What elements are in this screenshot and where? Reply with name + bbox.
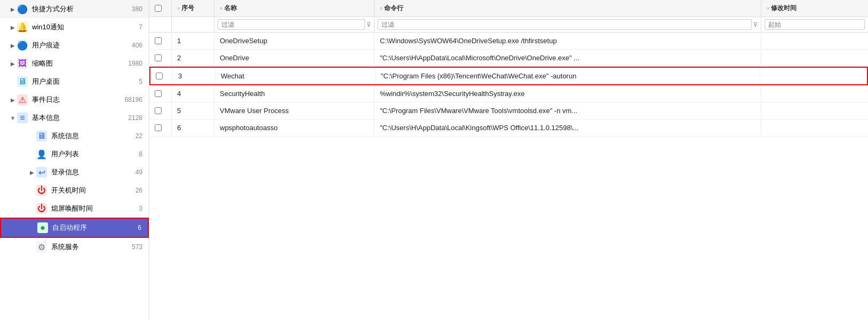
cell-num-4: 5 <box>172 102 214 119</box>
sidebar-count-shuttime: 26 <box>136 187 142 194</box>
sidebar-icon-shortcuts: 🔵 <box>17 4 28 14</box>
main-content: ≡ 序号 ≡ 名称 ≡ 命令行 ≡ 修改时间 ⊽ <box>149 0 868 320</box>
cell-name-4: VMware User Process <box>214 102 375 119</box>
cell-cmd-5: "C:\Users\H\AppData\Local\Kingsoft\WPS O… <box>375 119 761 136</box>
row-checkbox-1[interactable] <box>155 54 162 61</box>
sidebar-label-thumbnail: 缩略图 <box>32 59 124 68</box>
sort-icon-num: ≡ <box>177 6 180 11</box>
row-checkbox-5[interactable] <box>155 124 162 131</box>
filter-cmd-input[interactable] <box>378 19 752 30</box>
sidebar-icon-userlist: 👤 <box>36 149 47 159</box>
filter-name-input[interactable] <box>218 19 365 30</box>
funnel-name-icon[interactable]: ⊽ <box>367 21 371 28</box>
expand-icon-usertrack: ▶ <box>9 43 17 49</box>
row-checkbox-4[interactable] <box>155 107 162 114</box>
sidebar-item-win10notice[interactable]: ▶🔔win10通知7 <box>0 18 149 36</box>
sidebar-item-usertrack[interactable]: ▶🔵用户痕迹406 <box>0 36 149 54</box>
table-row: 1OneDriveSetupC:\Windows\SysWOW64\OneDri… <box>149 33 868 50</box>
sidebar-item-sysinfo[interactable]: 🖥系统信息22 <box>0 127 149 145</box>
cell-num-3: 4 <box>172 85 214 102</box>
sidebar-label-wakescreen: 熄屏唤醒时间 <box>51 204 134 213</box>
col-label-name: 名称 <box>224 4 237 13</box>
sidebar-icon-sysservice: ⚙ <box>36 242 47 252</box>
col-label-cmd: 命令行 <box>384 4 403 13</box>
cell-name-5: wpsphotoautoasso <box>214 119 375 136</box>
table-header: ≡ 序号 ≡ 名称 ≡ 命令行 ≡ 修改时间 <box>149 0 868 17</box>
sidebar-item-sysservice[interactable]: ⚙系统服务573 <box>0 238 149 256</box>
cell-check-0 <box>149 33 172 49</box>
sidebar-count-shortcuts: 380 <box>132 5 142 13</box>
cell-name-3: SecurityHealth <box>214 85 375 102</box>
sidebar-label-userdesktop: 用户桌面 <box>32 77 134 86</box>
sidebar-count-thumbnail: 1980 <box>128 60 142 67</box>
sidebar-label-basicinfo: 基本信息 <box>32 113 124 123</box>
sidebar-item-wakescreen[interactable]: ⏻熄屏唤醒时间3 <box>0 199 149 218</box>
filter-name-cell: ⊽ <box>214 17 375 32</box>
select-all-checkbox[interactable] <box>155 5 162 12</box>
expand-icon-win10notice: ▶ <box>9 25 17 30</box>
cell-name-1: OneDrive <box>214 50 375 66</box>
filter-check-cell <box>149 17 172 32</box>
cell-check-5 <box>149 119 172 136</box>
sort-icon-cmd: ≡ <box>380 6 383 11</box>
sidebar-item-basicinfo[interactable]: ▼≡基本信息2128 <box>0 109 149 127</box>
sidebar-count-usertrack: 406 <box>132 42 142 49</box>
sidebar-icon-basicinfo: ≡ <box>17 113 28 123</box>
col-label-time: 修改时间 <box>771 4 797 13</box>
sidebar-count-autostart: 6 <box>138 224 141 231</box>
sidebar-count-sysinfo: 22 <box>136 132 142 140</box>
cell-time-1 <box>761 50 868 66</box>
sidebar-label-sysservice: 系统服务 <box>51 242 128 252</box>
cell-name-0: OneDriveSetup <box>214 33 375 49</box>
sidebar-icon-win10notice: 🔔 <box>17 22 28 33</box>
row-checkbox-0[interactable] <box>155 37 162 44</box>
sidebar-item-eventlog[interactable]: ▶⚠事件日志68196 <box>0 91 149 109</box>
sidebar-item-thumbnail[interactable]: ▶🖼缩略图1980 <box>0 54 149 73</box>
cell-cmd-2: "C:\Program Files (x86)\Tencent\WeChat\W… <box>376 68 760 84</box>
cell-cmd-1: "C:\Users\H\AppData\Local\Microsoft\OneD… <box>375 50 761 66</box>
sidebar-icon-autostart: ● <box>37 222 48 233</box>
table-row: 2OneDrive"C:\Users\H\AppData\Local\Micro… <box>149 50 868 67</box>
table-row: 4SecurityHealth%windir%\system32\Securit… <box>149 85 868 102</box>
sidebar-item-userdesktop[interactable]: 🖥用户桌面5 <box>0 73 149 91</box>
col-header-cmd: ≡ 命令行 <box>375 0 761 17</box>
sidebar-label-sysinfo: 系统信息 <box>51 131 131 141</box>
cell-cmd-4: "C:\Program Files\VMware\VMware Tools\vm… <box>375 102 761 119</box>
filter-num-cell <box>172 17 214 32</box>
sidebar-label-eventlog: 事件日志 <box>32 95 121 105</box>
sidebar-icon-wakescreen: ⏻ <box>36 203 47 214</box>
sidebar-count-basicinfo: 2128 <box>128 114 142 122</box>
table-row: 3Wechat"C:\Program Files (x86)\Tencent\W… <box>149 67 868 85</box>
sidebar-item-userlist[interactable]: 👤用户列表8 <box>0 145 149 163</box>
sidebar-item-autostart[interactable]: ●自启动程序6 <box>0 218 149 238</box>
filter-time-start[interactable] <box>765 19 865 30</box>
filter-time-cell <box>761 17 868 32</box>
sidebar-item-logininfo[interactable]: ▶↩登录信息49 <box>0 163 149 181</box>
sidebar-label-usertrack: 用户痕迹 <box>32 41 128 50</box>
cell-num-2: 3 <box>173 68 216 84</box>
sidebar-icon-shuttime: ⏻ <box>36 185 47 196</box>
sidebar-label-autostart: 自启动程序 <box>52 223 133 233</box>
sidebar-label-logininfo: 登录信息 <box>51 167 131 177</box>
sort-icon-name: ≡ <box>220 6 222 11</box>
row-checkbox-3[interactable] <box>155 90 162 97</box>
cell-check-4 <box>149 102 172 119</box>
cell-time-0 <box>761 33 868 49</box>
cell-num-1: 2 <box>172 50 214 66</box>
data-table: ≡ 序号 ≡ 名称 ≡ 命令行 ≡ 修改时间 ⊽ <box>149 0 868 320</box>
cell-num-5: 6 <box>172 119 214 136</box>
filter-row: ⊽ ⊽ <box>149 17 868 33</box>
sidebar-icon-userdesktop: 🖥 <box>17 76 28 87</box>
col-header-name: ≡ 名称 <box>214 0 375 17</box>
cell-name-2: Wechat <box>216 68 376 84</box>
sidebar-item-shuttime[interactable]: ⏻开关机时间26 <box>0 181 149 199</box>
sort-icon-time: ≡ <box>767 6 769 11</box>
row-checkbox-2[interactable] <box>156 73 163 79</box>
expand-icon-eventlog: ▶ <box>9 97 17 103</box>
sidebar-label-win10notice: win10通知 <box>32 22 134 32</box>
sidebar-label-userlist: 用户列表 <box>51 149 134 159</box>
col-header-time: ≡ 修改时间 <box>761 0 868 17</box>
funnel-cmd-icon[interactable]: ⊽ <box>753 21 758 28</box>
cell-time-2 <box>760 68 867 84</box>
sidebar-item-shortcuts[interactable]: ▶🔵快捷方式分析380 <box>0 0 149 18</box>
